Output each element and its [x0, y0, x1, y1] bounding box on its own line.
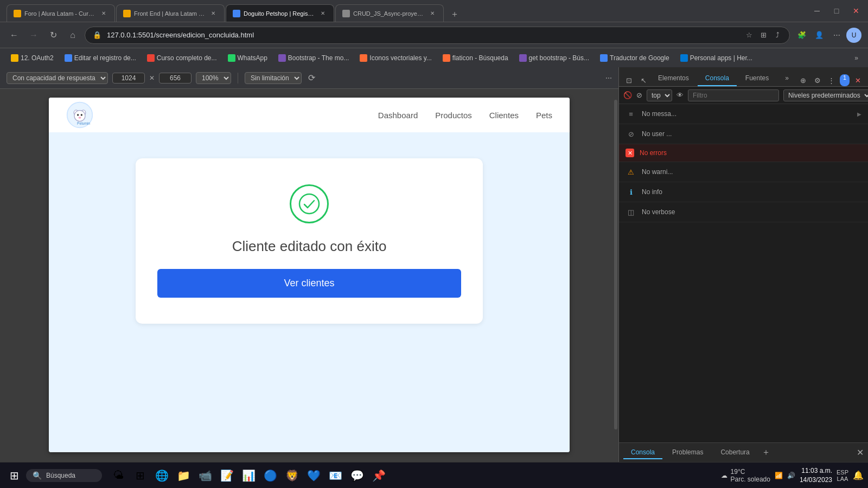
bookmarks-more[interactable]: » [851, 52, 861, 64]
console-context-selector[interactable]: top [647, 89, 672, 101]
bookmark-iconos[interactable]: Iconos vectoriales y... [355, 52, 436, 64]
bottom-tab-problemas[interactable]: Problemas [665, 446, 711, 459]
notification-icon[interactable]: 🔔 [853, 470, 864, 480]
console-item-errors[interactable]: ✕ No errors [619, 144, 868, 162]
taskbar-app-zoom[interactable]: 📹 [195, 466, 215, 485]
bookmark-traductor[interactable]: Traductor de Google [596, 52, 674, 64]
bookmark-bootstrap-favicon [278, 54, 286, 62]
taskbar-search[interactable]: 🔍 Búsqueda [26, 469, 102, 482]
resp-more-button[interactable]: ⋯ [605, 74, 612, 82]
console-levels-selector[interactable]: Niveles predeterminados [783, 89, 868, 101]
bookmark-getbootstrap[interactable]: get bootstrap - Bús... [515, 52, 593, 64]
taskbar-app-windows[interactable]: ⊞ [130, 466, 150, 485]
bookmark-curso[interactable]: Curso completo de... [143, 52, 221, 64]
tab-4-close[interactable]: ✕ [428, 9, 437, 18]
bottom-tab-consola[interactable]: Consola [623, 446, 662, 459]
network-icon[interactable]: 📶 [775, 472, 783, 479]
devtools-settings-gear[interactable]: ⚙ [812, 74, 824, 86]
reader-mode-icon[interactable]: ⊞ [758, 30, 769, 41]
minimize-button[interactable]: ─ [809, 3, 825, 18]
taskbar-app-word[interactable]: 📝 [217, 466, 237, 485]
start-button[interactable]: ⊞ [4, 466, 24, 485]
taskbar-app-ppt[interactable]: 📊 [239, 466, 258, 485]
tab-2-close[interactable]: ✕ [209, 9, 218, 18]
height-input[interactable] [159, 73, 192, 84]
taskbar-app-vs[interactable]: 💙 [304, 466, 323, 485]
tab-3-close[interactable]: ✕ [318, 9, 327, 18]
ver-clientes-button[interactable]: Ver clientes [157, 269, 461, 298]
tab-more[interactable]: » [777, 71, 796, 86]
bottom-add-button[interactable]: ＋ [760, 446, 773, 459]
sound-icon[interactable]: 🔊 [787, 472, 795, 479]
reload-button[interactable]: ↻ [46, 28, 61, 43]
tab-1-close[interactable]: ✕ [99, 9, 108, 18]
nav-clientes[interactable]: Clientes [489, 111, 519, 120]
devtools-add-icon[interactable]: ⊕ [797, 74, 809, 86]
bookmark-oauth2[interactable]: 12. OAuth2 [7, 52, 58, 64]
weather-widget[interactable]: ☁ 19°C Parc. soleado [721, 468, 770, 483]
back-button[interactable]: ← [7, 28, 22, 43]
extensions-button[interactable]: 🧩 [794, 28, 809, 43]
taskbar-right: ☁ 19°C Parc. soleado 📶 🔊 11:03 a.m. 14/0… [721, 466, 864, 485]
devtools-close[interactable]: ✕ [852, 74, 864, 86]
nav-dashboard[interactable]: Dashboard [378, 111, 418, 120]
bottom-tab-cobertura[interactable]: Cobertura [713, 446, 757, 459]
bookmark-editar[interactable]: Editar el registro de... [60, 52, 141, 64]
devtools-select-icon[interactable]: ⊡ [623, 74, 635, 86]
tab-fuentes[interactable]: Fuentes [738, 71, 776, 86]
console-filter-icon[interactable]: ⊘ [636, 89, 642, 101]
console-item-messages[interactable]: ≡ No messa... ▶ [619, 104, 868, 124]
bookmark-personal[interactable]: Personal apps | Her... [676, 52, 757, 64]
nav-pets[interactable]: Pets [536, 111, 552, 120]
console-filter-input[interactable] [688, 89, 779, 101]
devtools-options[interactable]: ⋮ [826, 74, 838, 86]
devtools-inspect-icon[interactable]: ↖ [638, 74, 649, 86]
console-item-verbose[interactable]: ◫ No verbose [619, 202, 868, 222]
new-tab-button[interactable]: ＋ [447, 7, 462, 22]
profile-button[interactable]: 👤 [812, 28, 827, 43]
bookmark-whatsapp[interactable]: WhatsApp [224, 52, 272, 64]
share-icon[interactable]: ⤴ [772, 30, 783, 41]
tab-4[interactable]: CRUD_JS_Async-proyecto_base/... ✕ [335, 4, 444, 22]
user-avatar[interactable]: U [846, 28, 861, 43]
taskbar-app-brave[interactable]: 🦁 [282, 466, 302, 485]
bookmark-star-icon[interactable]: ☆ [744, 30, 755, 41]
tab-elementos[interactable]: Elementos [650, 71, 697, 86]
rotate-icon[interactable]: ⟳ [308, 73, 315, 83]
messages-arrow[interactable]: ▶ [857, 111, 861, 117]
taskbar-app-mail[interactable]: 📧 [326, 466, 345, 485]
bookmark-bootstrap[interactable]: Bootstrap - The mo... [274, 52, 354, 64]
console-clear-icon[interactable]: 🚫 [623, 89, 632, 101]
scrollbar[interactable] [614, 100, 617, 429]
taskbar-app-edge[interactable]: 🌐 [152, 466, 171, 485]
console-eye-icon[interactable]: 👁 [676, 89, 684, 101]
tab-consola[interactable]: Consola [698, 71, 737, 86]
url-bar[interactable]: 🔒 127.0.0.1:5501/screens/edicion_conclui… [85, 27, 790, 44]
bottom-close-button[interactable]: ✕ [857, 447, 864, 458]
tab-3[interactable]: Doguito Petshop | Registro conc... ✕ [226, 4, 334, 22]
maximize-button[interactable]: □ [829, 3, 844, 18]
taskbar-app-weather[interactable]: 🌤 [108, 466, 128, 485]
bookmark-iconos-label: Iconos vectoriales y... [369, 54, 432, 62]
taskbar-app-chrome[interactable]: 🔵 [260, 466, 280, 485]
home-button[interactable]: ⌂ [65, 28, 80, 43]
datetime-area[interactable]: 11:03 a.m. 14/03/2023 [800, 466, 832, 485]
console-item-info[interactable]: ℹ No info [619, 182, 868, 202]
bookmark-flaticon[interactable]: flaticon - Búsqueda [438, 52, 513, 64]
taskbar-app-explorer[interactable]: 📁 [174, 466, 193, 485]
close-button[interactable]: ✕ [848, 3, 864, 18]
settings-button[interactable]: ⋯ [829, 28, 844, 43]
zoom-selector[interactable]: 100% [196, 72, 231, 84]
nav-productos[interactable]: Productos [435, 111, 472, 120]
tab-2[interactable]: Front End | Alura Latam - Cursos... ✕ [116, 4, 225, 22]
device-selector[interactable]: Con capacidad de respuesta [7, 72, 108, 84]
taskbar-app-whatsapp[interactable]: 💬 [347, 466, 367, 485]
console-item-user[interactable]: ⊘ No user ... [619, 124, 868, 144]
forward-button[interactable]: → [26, 28, 41, 43]
taskbar-app-sticky[interactable]: 📌 [369, 466, 388, 485]
bookmark-curso-favicon [147, 54, 155, 62]
width-input[interactable] [112, 73, 145, 84]
tab-1[interactable]: Foro | Alura Latam - Cursos onli... ✕ [7, 4, 115, 22]
console-item-warnings[interactable]: ⚠ No warni... [619, 162, 868, 182]
limit-selector[interactable]: Sin limitación [245, 72, 302, 84]
